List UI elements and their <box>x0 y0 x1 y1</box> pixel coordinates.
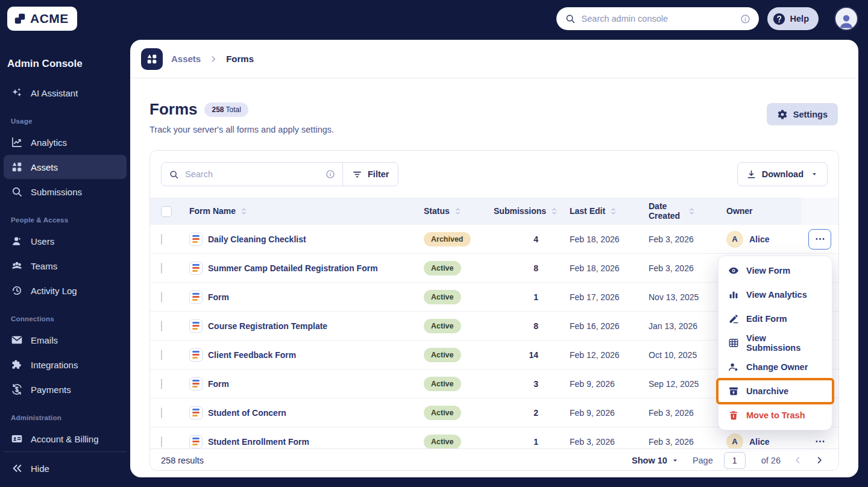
info-icon[interactable] <box>740 14 750 24</box>
owner-cell: AAlice <box>702 433 801 449</box>
menu-item-label: Unarchive <box>746 386 788 396</box>
table-header: Form Name Status Submissions Last Edit D… <box>150 198 838 225</box>
sidebar-item-users[interactable]: Users <box>4 229 127 253</box>
breadcrumb-assets[interactable]: Assets <box>171 54 201 64</box>
menu-item-view-form[interactable]: View Form <box>719 259 832 283</box>
gear-icon <box>777 109 788 120</box>
sidebar-item-teams[interactable]: Teams <box>4 254 127 278</box>
form-name-link[interactable]: Form <box>208 292 229 302</box>
help-button[interactable]: Help <box>767 7 819 30</box>
sidebar-item-emails[interactable]: Emails <box>4 328 127 352</box>
page-size-select[interactable]: Show 10 <box>632 456 679 465</box>
filter-button[interactable]: Filter <box>342 163 398 186</box>
sparkles-icon <box>11 87 23 99</box>
last-edit-date: Feb 16, 2026 <box>543 321 621 331</box>
form-name-link[interactable]: Course Registration Template <box>208 321 327 331</box>
row-checkbox[interactable] <box>161 263 162 274</box>
avatar[interactable] <box>834 7 858 31</box>
search-icon <box>169 169 179 180</box>
settings-button[interactable]: Settings <box>767 103 838 125</box>
sidebar-item-assets[interactable]: Assets <box>4 155 127 179</box>
hide-label: Hide <box>31 463 49 474</box>
submissions-count: 1 <box>485 292 543 302</box>
table-footer: 258 results Show 10 Page of 26 <box>150 448 838 471</box>
sort-icon[interactable] <box>453 207 462 216</box>
user-icon <box>11 235 23 247</box>
download-button[interactable]: Download <box>737 162 828 186</box>
row-more-button[interactable] <box>808 432 831 449</box>
column-header-form-name[interactable]: Form Name <box>183 207 417 216</box>
form-name-link[interactable]: Client Feedback Form <box>208 350 296 360</box>
date-created: Feb 3, 2026 <box>621 437 702 447</box>
sidebar-item-analytics[interactable]: Analytics <box>4 130 127 154</box>
sidebar-item-integrations[interactable]: Integrations <box>4 353 127 377</box>
sidebar-item-ai-assistant[interactable]: AI Assistant <box>4 81 127 105</box>
sidebar-hide-button[interactable]: Hide <box>4 456 127 480</box>
menu-item-edit-form[interactable]: Edit Form <box>719 307 832 331</box>
row-checkbox[interactable] <box>161 350 162 360</box>
date-created: Feb 3, 2026 <box>621 263 702 273</box>
menu-item-label: View Analytics <box>746 290 807 300</box>
page-label: Page <box>693 456 713 465</box>
sidebar-item-activity-log[interactable]: Activity Log <box>4 278 127 303</box>
analytics-icon <box>11 136 23 148</box>
row-checkbox[interactable] <box>161 379 162 389</box>
sort-icon[interactable] <box>687 207 696 216</box>
sidebar-item-submissions[interactable]: Submissions <box>4 180 127 204</box>
row-checkbox[interactable] <box>161 234 162 245</box>
sidebar-item-account-billing[interactable]: Account & Billing <box>4 427 127 451</box>
form-name-link[interactable]: Summer Camp Detailed Registration Form <box>208 263 378 273</box>
form-name-link[interactable]: Student of Concern <box>208 408 286 418</box>
menu-item-view-submissions[interactable]: View Submissions <box>719 331 832 355</box>
date-created: Nov 13, 2025 <box>621 292 702 302</box>
row-checkbox[interactable] <box>161 321 162 331</box>
form-doc-icon <box>189 406 203 419</box>
total-count: 258 <box>212 105 224 114</box>
previous-page-button[interactable] <box>789 452 806 469</box>
sort-icon[interactable] <box>239 207 248 216</box>
team-icon <box>11 260 23 272</box>
row-checkbox[interactable] <box>161 292 162 303</box>
menu-item-change-owner[interactable]: Change Owner <box>719 355 832 379</box>
select-all-checkbox[interactable] <box>161 206 172 217</box>
column-header-status[interactable]: Status <box>417 207 485 216</box>
page-number-input[interactable] <box>724 452 746 469</box>
sidebar: Admin Console AI Assistant UsageAnalytic… <box>0 37 130 487</box>
idcard-icon <box>11 433 23 445</box>
caret-down-icon <box>810 170 819 178</box>
table-search[interactable] <box>162 163 342 186</box>
global-search-input[interactable] <box>582 14 734 24</box>
form-doc-icon <box>189 319 203 333</box>
global-search[interactable] <box>556 7 759 30</box>
row-actions-menu: View FormView AnalyticsEdit FormView Sub… <box>718 256 832 430</box>
assets-app-icon[interactable] <box>141 48 163 70</box>
info-icon[interactable] <box>326 169 335 179</box>
column-header-date-created[interactable]: Date Created <box>621 202 702 221</box>
menu-item-view-analytics[interactable]: View Analytics <box>719 283 832 307</box>
menu-item-move-to-trash[interactable]: Move to Trash <box>719 403 832 427</box>
sidebar-item-label: Assets <box>31 162 58 172</box>
filter-icon <box>352 169 362 180</box>
row-more-button[interactable] <box>808 229 831 250</box>
column-header-last-edit[interactable]: Last Edit <box>543 207 621 216</box>
table-search-input[interactable] <box>185 169 319 179</box>
form-name-link[interactable]: Student Enrollment Form <box>208 437 309 447</box>
menu-item-label: View Submissions <box>746 333 822 353</box>
sidebar-item-label: Users <box>31 236 54 247</box>
row-checkbox[interactable] <box>161 407 162 418</box>
date-created: Feb 3, 2026 <box>621 234 702 244</box>
person-icon <box>837 11 855 30</box>
column-header-submissions[interactable]: Submissions <box>485 207 543 216</box>
chevron-right-icon <box>209 55 218 63</box>
form-doc-icon <box>189 435 203 448</box>
next-page-button[interactable] <box>811 452 828 469</box>
sidebar-item-payments[interactable]: Payments <box>4 377 127 401</box>
submissions-count: 2 <box>485 408 543 418</box>
form-name-link[interactable]: Daily Cleaning Checklist <box>208 234 306 244</box>
form-name-link[interactable]: Form <box>208 379 229 389</box>
sort-icon[interactable] <box>609 207 618 216</box>
acme-logo[interactable]: ACME <box>7 7 77 31</box>
row-checkbox[interactable] <box>161 436 162 447</box>
download-label: Download <box>762 169 804 179</box>
menu-item-unarchive[interactable]: Unarchive <box>719 379 832 403</box>
